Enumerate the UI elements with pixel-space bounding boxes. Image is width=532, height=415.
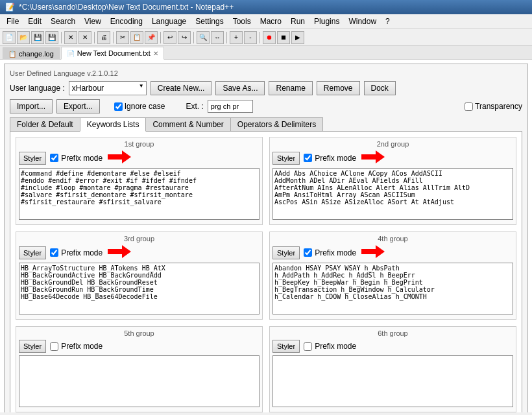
tab-keywords-lists[interactable]: Keywords Lists [80,117,147,132]
tab-new-doc-icon: 📄 [67,50,75,57]
save-as-button[interactable]: Save As... [215,81,265,95]
group-3-textarea[interactable]: HB_ArrayToStructure HB_ATokens HB_AtX HB… [19,263,260,314]
menu-plugins[interactable]: Plugins [310,16,343,27]
toolbar-close-all[interactable]: ✕ [79,31,91,44]
toolbar-cut[interactable]: ✂ [116,31,129,44]
tab-folder-default[interactable]: Folder & Default [10,117,80,132]
group-5-textarea[interactable] [19,355,260,407]
import-button[interactable]: Import... [10,99,53,113]
group-box-2: 2nd group Styler Prefix mode AAdd Abs AC… [269,137,516,225]
group-1-textarea[interactable]: #command #define #demontare #else #elsei… [19,168,260,220]
group-5-prefix-checkbox[interactable] [50,342,58,351]
group-3-prefix-checkbox[interactable] [50,248,58,257]
group-6-prefix-checkbox[interactable] [304,342,312,351]
dock-button[interactable]: Dock [364,81,396,95]
group-box-4: 4th group Styler Prefix mode Abandon HSA… [269,231,516,320]
menu-window[interactable]: Window [345,16,380,27]
tab-comment-number[interactable]: Comment & Number [145,117,230,132]
group-2-styler-btn[interactable]: Styler [272,152,300,165]
toolbar-paste[interactable]: 📌 [145,31,158,44]
toolbar-new[interactable]: 📄 [3,31,16,44]
ignore-case-label: Ignore case [125,102,165,111]
toolbar: 📄 📂 💾 💾 ✕ ✕ 🖨 ✂ 📋 📌 ↩ ↪ 🔍 ↔ + - ⏺ ⏹ ▶ [0,29,532,46]
group-4-styler-btn[interactable]: Styler [272,246,300,259]
toolbar-copy[interactable]: 📋 [130,31,143,44]
menu-help[interactable]: ? [381,16,394,27]
toolbar-save-all[interactable]: 💾 [45,31,58,44]
menu-view[interactable]: View [80,16,105,27]
toolbar-save[interactable]: 💾 [31,31,44,44]
transparency-checkbox[interactable] [465,102,473,111]
rename-button[interactable]: Rename [269,81,312,95]
tab-close-icon[interactable]: ✕ [153,50,158,57]
group-1-styler-btn[interactable]: Styler [19,152,46,165]
group-5-textarea-wrapper [19,355,260,409]
menu-edit[interactable]: Edit [24,16,45,27]
group-1-title: 1st group [19,140,260,148]
group-1-prefix-checkbox[interactable] [50,154,58,162]
toolbar-open[interactable]: 📂 [17,31,30,44]
group-3-title: 3rd group [19,235,260,243]
svg-marker-3 [361,245,385,258]
create-new-button[interactable]: Create New... [151,81,212,95]
export-button[interactable]: Export... [56,99,100,113]
ext-input[interactable] [208,100,253,113]
sep6 [226,32,227,43]
group-1-controls: Styler Prefix mode [19,150,260,165]
toolbar-play[interactable]: ▶ [291,31,304,44]
group-4-textarea-wrapper: Abandon HSAY PSAY WSAY h_AbsPath h_AddPa… [272,263,513,316]
remove-button[interactable]: Remove [317,81,360,95]
menu-settings[interactable]: Settings [191,16,227,27]
toolbar-undo[interactable]: ↩ [163,31,176,44]
tab-changelog[interactable]: 📋 change.log [3,47,60,60]
menu-language[interactable]: Language [148,16,190,27]
toolbar-record[interactable]: ⏺ [263,31,276,44]
toolbar-zoom-out[interactable]: - [244,31,257,44]
groups-area: 1st group Styler Prefix mode #command #d… [10,131,522,412]
svg-marker-0 [108,150,131,163]
menu-macro[interactable]: Macro [256,16,285,27]
toolbar-zoom-in[interactable]: + [230,31,243,44]
transparency-label: Transparency [475,102,522,111]
tab-keywords-lists-label: Keywords Lists [87,120,139,129]
user-language-combo[interactable]: xHarbour [69,81,147,95]
group-6-prefix-row: Prefix mode [304,342,356,351]
tab-operators-delimiters-label: Operators & Delimiters [237,120,316,129]
sep7 [260,32,260,43]
tabs-bar: 📋 change.log 📄 New Text Document.txt ✕ [0,46,532,60]
group-6-styler-btn[interactable]: Styler [272,340,300,353]
ext-label: Ext. : [186,102,203,111]
svg-marker-1 [361,150,385,163]
group-6-prefix-label: Prefix mode [315,342,356,351]
menu-tools[interactable]: Tools [229,16,255,27]
toolbar-stop[interactable]: ⏹ [277,31,290,44]
group-4-textarea[interactable]: Abandon HSAY PSAY WSAY h_AbsPath h_AddPa… [272,263,513,314]
menu-run[interactable]: Run [287,16,309,27]
ignore-case-checkbox[interactable] [114,102,123,111]
menu-search[interactable]: Search [47,16,79,27]
group-6-textarea[interactable] [272,355,513,407]
group-3-styler-btn[interactable]: Styler [19,246,46,259]
app-icon: 📝 [5,3,15,12]
group-2-prefix-checkbox[interactable] [304,154,312,162]
group-5-prefix-label: Prefix mode [61,342,103,351]
group-3-textarea-wrapper: HB_ArrayToStructure HB_ATokens HB_AtX HB… [19,263,260,316]
toolbar-redo[interactable]: ↪ [178,31,191,44]
menu-encoding[interactable]: Encoding [106,16,147,27]
tab-new-doc-label: New Text Document.txt [77,49,151,57]
toolbar-replace[interactable]: ↔ [211,31,224,44]
group-4-prefix-checkbox[interactable] [304,248,312,257]
group-5-styler-btn[interactable]: Styler [19,340,46,353]
ignore-case-wrapper: Ignore case [114,102,165,111]
sep4 [160,32,161,43]
toolbar-print[interactable]: 🖨 [97,31,110,44]
group-2-textarea[interactable]: AAdd Abs AChoice AClone ACopy ACos AddAS… [272,168,513,220]
menu-file[interactable]: File [3,16,23,27]
toolbar-find[interactable]: 🔍 [197,31,210,44]
group-box-1: 1st group Styler Prefix mode #command #d… [16,137,263,225]
tab-operators-delimiters[interactable]: Operators & Delimiters [230,117,323,132]
user-language-label: User language : [10,84,65,93]
tab-new-document[interactable]: 📄 New Text Document.txt ✕ [61,47,164,60]
group-3-arrow [108,245,131,260]
toolbar-close[interactable]: ✕ [64,31,77,44]
